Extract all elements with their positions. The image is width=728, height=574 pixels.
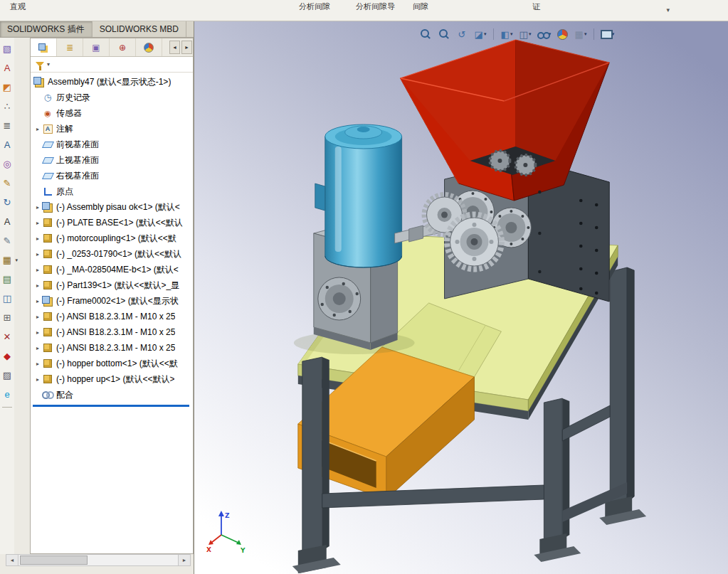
part-icon <box>42 248 53 260</box>
ribbon-overflow-icon[interactable]: ▾ <box>666 6 670 14</box>
expand-arrow-icon[interactable]: ▸ <box>33 251 42 257</box>
spellcheck-icon: A <box>4 63 11 73</box>
view-pane-icon-button[interactable]: ◫ <box>1 292 14 304</box>
panel-scroll-left-button[interactable]: ◄ <box>169 41 180 54</box>
tree-item[interactable]: ▸注解 <box>31 121 193 137</box>
tree-item[interactable]: ▸(-) ANSI B18.2.3.1M - M10 x 25 <box>31 340 193 356</box>
expand-arrow-icon[interactable]: ▸ <box>33 376 42 383</box>
dropdown-arrow-icon[interactable]: ▾ <box>484 31 487 37</box>
dropdown-arrow-icon[interactable]: ▾ <box>529 31 532 37</box>
trim-icon-button[interactable]: ✕ <box>1 330 14 343</box>
hatch-icon-button[interactable]: ▨ <box>1 368 14 381</box>
tree-item[interactable]: 配合 <box>31 387 193 403</box>
tree-item[interactable]: ▸(-) ANSI B18.2.3.1M - M10 x 25 <box>31 324 193 340</box>
hide-show-icon[interactable]: ▾ <box>535 27 552 41</box>
motor-part[interactable] <box>315 124 402 267</box>
balloon-icon-button[interactable]: ◎ <box>1 157 14 170</box>
note-icon-button[interactable]: A <box>1 138 14 151</box>
tree-item[interactable]: ▸(-) _MA-028504ME-b<1> (默认< <box>31 262 193 277</box>
tree-item[interactable]: ▸(-) Part139<1> (默认<<默认>_显 <box>31 277 193 293</box>
error-icon-button[interactable]: ◆ <box>1 349 14 362</box>
tree-item-label: 历史记录 <box>56 92 90 104</box>
pencil-icon-button[interactable]: ✎ <box>1 234 14 247</box>
tree-item[interactable]: ▸(-) _0253-01790<1> (默认<<默认 <box>31 246 193 262</box>
tree-item[interactable]: ▸(-) PLATE BASE<1> (默认<<默认 <box>31 215 193 230</box>
propertymanager-tab[interactable] <box>57 38 83 56</box>
list-icon-button[interactable]: ≣ <box>1 119 14 132</box>
dimxpertmanager-tab[interactable] <box>110 38 136 56</box>
expand-arrow-icon[interactable]: ▸ <box>33 314 42 320</box>
tree-item[interactable]: 历史记录 <box>31 90 193 105</box>
rotate-icon-button[interactable]: ↻ <box>1 196 14 208</box>
edit-appearance-icon[interactable] <box>554 27 571 41</box>
tree-hscrollbar[interactable]: ◄ ► <box>6 554 191 566</box>
tree-item-label: (-) Assembly pisau ok<1> (默认< <box>56 201 180 213</box>
tree-item[interactable]: ▸(-) motorcoupling<1> (默认<<默 <box>31 230 193 246</box>
visualize-icon-button[interactable]: ▧ <box>1 42 14 55</box>
expand-arrow-icon[interactable]: ▸ <box>33 345 42 351</box>
graphics-area[interactable]: Z X Y ↺◪▾◧▾◫▾▾▦▾▾ <box>194 21 728 574</box>
tree-item-label: (-) hopper up<1> (默认<<默认> <box>56 373 174 386</box>
expand-arrow-icon[interactable]: ▸ <box>33 298 42 304</box>
tree-item[interactable]: 原点 <box>31 184 193 199</box>
expand-arrow-icon[interactable]: ▸ <box>33 329 42 336</box>
configurationmanager-tab[interactable] <box>83 38 110 56</box>
tree-item[interactable]: ▸(-) hopper bottom<1> (默认<<默 <box>31 356 193 371</box>
view-settings-icon[interactable]: ▾ <box>598 27 616 41</box>
apply-scene-icon[interactable]: ▦▾ <box>572 27 589 41</box>
tab-solidworks-mbd[interactable]: SOLIDWORKS MBD <box>93 21 186 37</box>
part-icon <box>42 280 53 291</box>
grid-icon-button[interactable]: ⊞ <box>1 311 14 324</box>
edrawings-icon-button[interactable]: e <box>1 388 14 400</box>
ribbon: 直观分析间隙分析间隙导间隙证 ▾ <box>0 0 728 21</box>
filter-bar: ▾ <box>31 57 193 73</box>
display-style-icon[interactable]: ◫▾ <box>517 27 534 41</box>
zoom-fit-icon[interactable] <box>416 27 433 41</box>
tab-solidworks-addins[interactable]: SOLIDWORKS 插件 <box>0 21 93 37</box>
panel-scroll-right-button[interactable]: ► <box>181 41 192 54</box>
displaymanager-tab[interactable] <box>136 38 162 56</box>
table-icon-button[interactable]: ▦▾ <box>1 253 14 266</box>
expand-arrow-icon[interactable]: ▸ <box>33 220 42 226</box>
scroll-right-button[interactable]: ► <box>178 555 190 565</box>
coordinate-icon-button[interactable]: ∴ <box>1 100 14 112</box>
previous-view-icon[interactable]: ↺ <box>453 27 470 41</box>
tree-item[interactable]: ▸(-) Frame0002<1> (默认<显示状 <box>31 293 193 309</box>
expand-arrow-icon[interactable]: ▸ <box>33 204 42 211</box>
scene-svg[interactable]: Z X Y <box>194 21 728 574</box>
tree-item[interactable]: 上视基准面 <box>31 152 193 168</box>
frame-part[interactable] <box>610 267 634 506</box>
expand-arrow-icon[interactable]: ▸ <box>33 126 42 132</box>
filter-dropdown-icon[interactable]: ▾ <box>47 61 50 68</box>
section-view-icon[interactable]: ◪▾ <box>472 27 489 41</box>
featuremanager-tab[interactable] <box>31 38 57 56</box>
edrawings-icon: e <box>4 390 9 399</box>
tree-item[interactable]: 前视基准面 <box>31 137 193 152</box>
ribbon-group-label: 分析间隙 <box>299 1 330 12</box>
expand-arrow-icon[interactable]: ▸ <box>33 267 42 273</box>
text-icon-button[interactable]: A <box>1 215 14 228</box>
expand-arrow-icon[interactable]: ▸ <box>33 361 42 367</box>
expand-arrow-icon[interactable]: ▸ <box>33 282 42 289</box>
filter-funnel-icon[interactable] <box>36 62 44 67</box>
sheet-icon-button[interactable]: ▤ <box>1 272 14 285</box>
appearance-target-icon-button[interactable]: ◩ <box>1 80 14 93</box>
tree-item[interactable]: ▸(-) Assembly pisau ok<1> (默认< <box>31 199 193 215</box>
scrollbar-thumb[interactable] <box>20 556 88 565</box>
dropdown-arrow-icon[interactable]: ▾ <box>15 257 18 263</box>
tree-item[interactable]: 传感器 <box>31 105 193 121</box>
dropdown-arrow-icon[interactable]: ▾ <box>584 31 587 37</box>
tree-item[interactable]: 右视基准面 <box>31 168 193 184</box>
sketch-icon-button[interactable]: ✎ <box>1 176 14 189</box>
expand-arrow-icon[interactable]: ▸ <box>33 235 42 242</box>
rollback-bar[interactable] <box>33 405 189 407</box>
tree-item[interactable]: ▸(-) hopper up<1> (默认<<默认> <box>31 371 193 387</box>
tree-root[interactable]: Assembly47 (默认<显示状态-1>) <box>31 74 193 90</box>
tree-item[interactable]: ▸(-) ANSI B18.2.3.1M - M10 x 25 <box>31 309 193 324</box>
view-orientation-icon[interactable]: ◧▾ <box>498 27 515 41</box>
scrollbar-track[interactable] <box>19 555 178 565</box>
spellcheck-icon-button[interactable]: A <box>1 61 14 74</box>
dropdown-arrow-icon[interactable]: ▾ <box>510 31 513 37</box>
zoom-area-icon[interactable] <box>435 27 452 41</box>
scroll-left-button[interactable]: ◄ <box>6 555 19 565</box>
